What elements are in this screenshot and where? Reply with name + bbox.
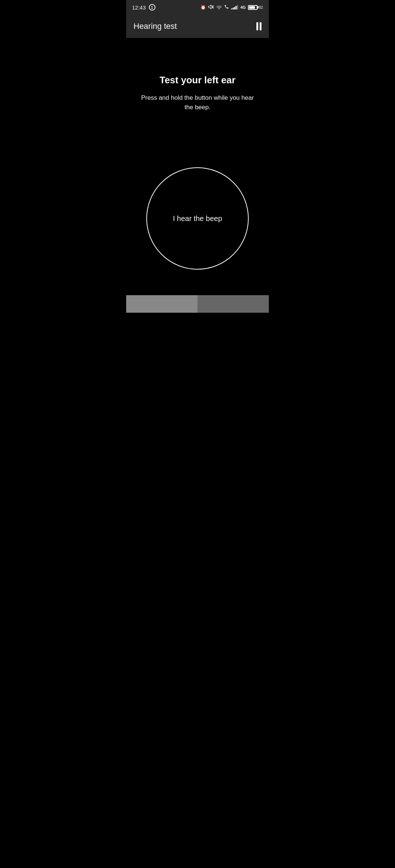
battery-percentage: 82	[259, 5, 263, 9]
network-type-label: 4G	[240, 5, 246, 9]
pause-bar-right	[260, 22, 262, 30]
app-bar: Hearing test	[126, 15, 269, 38]
bottom-nav-bar	[126, 295, 269, 313]
bottom-nav-right	[198, 295, 269, 313]
instruction-section: Test your left ear Press and hold the bu…	[137, 75, 258, 112]
instruction-title: Test your left ear	[137, 75, 258, 86]
app-title: Hearing test	[133, 22, 177, 31]
signal-bars-icon	[231, 5, 238, 9]
alarm-icon: ⏰	[200, 5, 206, 10]
status-right: ⏰	[200, 4, 263, 10]
button-section: I hear the beep	[146, 167, 249, 284]
status-time: 12:43	[132, 4, 146, 11]
screen: 12:43 1 ⏰	[126, 0, 269, 313]
battery-fill	[249, 6, 255, 9]
wifi-icon	[216, 5, 222, 10]
hear-beep-button[interactable]: I hear the beep	[146, 167, 249, 270]
status-bar: 12:43 1 ⏰	[126, 0, 269, 15]
main-content: Test your left ear Press and hold the bu…	[126, 38, 269, 295]
pause-button[interactable]	[256, 22, 262, 30]
notification-badge: 1	[149, 4, 155, 11]
battery-icon: 82	[248, 5, 263, 10]
status-left: 12:43 1	[132, 4, 155, 11]
mute-icon	[208, 5, 214, 10]
instruction-subtitle: Press and hold the button while you hear…	[137, 93, 258, 112]
pause-bar-left	[256, 22, 258, 30]
phone-icon	[224, 4, 229, 10]
